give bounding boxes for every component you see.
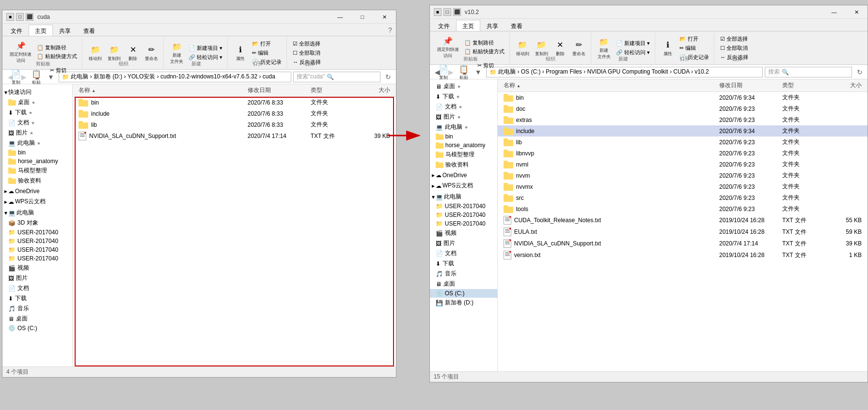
left-select-none-button[interactable]: ☐ 全部取消 [291,49,323,57]
right-sidebar-osc[interactable]: 💿 OS (C:) [430,289,497,298]
right-paste-button[interactable]: 📋 粘贴 [453,61,474,82]
sidebar-item-docs2[interactable]: 📄 文档 [2,283,72,293]
right-refresh-button[interactable]: ↻ [854,66,866,78]
sidebar-item-pics2[interactable]: 🖼 图片 [2,273,72,283]
left-paste-shortcut-button[interactable]: 📋 粘贴快捷方式 [35,52,79,61]
right-sidebar-video[interactable]: 🎬 视频 [430,228,497,238]
left-paste-button[interactable]: 📋 粘贴 [26,66,47,87]
table-row[interactable]: NVIDIA_SLA_cuDNN_Support.txt 2020/7/4 17… [73,130,396,142]
right-sidebar-user2[interactable]: 📁 USER-2017040 [430,211,497,219]
right-sidebar-wps[interactable]: ▸ ☁ WPS云文档 [430,180,497,191]
right-col-name-header[interactable]: 名称 ▲ [500,80,715,91]
left-col-type-header[interactable]: 类型 [307,85,355,95]
table-row[interactable]: doc 2020/7/6 9:23 文件夹 [498,103,868,114]
left-edit-button[interactable]: ✏ 编辑 [250,49,284,57]
right-sidebar-onedrive[interactable]: ▸ ☁ OneDrive [430,170,497,180]
right-open-button[interactable]: 📂 打开 [678,35,711,43]
left-tab-view[interactable]: 查看 [77,25,101,36]
sidebar-item-osc[interactable]: 💿 OS (C:) [2,324,72,333]
table-row[interactable]: include 2020/7/6 9:34 文件夹 [498,125,868,137]
sidebar-item-user3[interactable]: 📁 USER-2017040 [2,245,72,254]
sidebar-item-accept[interactable]: 验收资料 [2,176,72,186]
table-row[interactable]: libnvvp 2020/7/6 9:23 文件夹 [498,148,868,159]
right-tab-share[interactable]: 共享 [480,20,505,31]
right-search-box[interactable]: 搜索 🔍 [765,67,852,77]
left-search-box[interactable]: 搜索"cuda" 🔍 [293,72,380,82]
sidebar-item-models[interactable]: 马模型整理 [2,166,72,176]
sidebar-item-dl2[interactable]: ⬇ 下载 [2,293,72,304]
right-sidebar-music[interactable]: 🎵 音乐 [430,269,497,279]
right-edit-button[interactable]: ✏ 编辑 [678,44,711,52]
sidebar-item-music[interactable]: 🎵 音乐 [2,304,72,314]
right-sidebar-user3[interactable]: 📁 USER-2017040 [430,219,497,228]
right-close-button[interactable]: ✕ [845,5,868,19]
right-sidebar-thispc[interactable]: ▾ 💻 此电脑 [430,191,497,202]
right-sidebar-docs[interactable]: 📄 文档★ [430,102,497,112]
right-sidebar-docs2[interactable]: 📄 文档 [430,248,497,258]
right-sidebar-user1[interactable]: 📁 USER-2017040 [430,202,497,211]
sidebar-item-desktop2[interactable]: 🖥 桌面 [2,314,72,324]
table-row[interactable]: lib 2020/7/6 9:23 文件夹 [498,137,868,148]
right-sidebar-pics2[interactable]: 🖼 图片 [430,238,497,248]
right-sidebar-download[interactable]: ⬇ 下载★ [430,91,497,102]
table-row[interactable]: version.txt 2019/10/24 16:28 TXT 文件 1 KB [498,249,868,261]
table-row[interactable]: include 2020/7/6 8:33 文件夹 [73,108,396,119]
right-copy-button[interactable]: 📄 复制 [435,61,452,82]
left-select-all-button[interactable]: ☑ 全部选择 [291,40,323,48]
right-select-all-button[interactable]: ☑ 全部选择 [718,35,750,43]
right-sidebar-pc[interactable]: 💻 此电脑★ [430,122,497,132]
table-row[interactable]: bin 2020/7/6 8:33 文件夹 [73,97,396,108]
table-row[interactable]: tools 2020/7/6 9:23 文件夹 [498,203,868,214]
sidebar-item-bin[interactable]: bin [2,148,72,157]
table-row[interactable]: EULA.txt 2019/10/24 16:28 TXT 文件 59 KB [498,226,868,238]
right-tab-view[interactable]: 查看 [505,20,529,31]
left-refresh-button[interactable]: ↻ [382,71,394,83]
left-sidebar-thispc[interactable]: ▾ 💻 此电脑 [2,207,72,218]
right-sidebar-models[interactable]: 马模型整理 [430,150,497,160]
table-row[interactable]: nvvmx 2020/7/6 9:23 文件夹 [498,181,868,192]
left-maximize-button[interactable]: □ [351,10,374,24]
left-close-button[interactable]: ✕ [374,10,396,24]
left-col-name-header[interactable]: 名称 ▲ [75,85,244,95]
sidebar-item-pc[interactable]: 💻 此电脑★ [2,138,72,148]
table-row[interactable]: extras 2020/7/6 9:23 文件夹 [498,114,868,125]
right-sidebar-pics[interactable]: 🖼 图片★ [430,112,497,122]
left-copy-button[interactable]: 📄 复制 [7,66,25,87]
left-col-date-header[interactable]: 修改日期 [244,85,307,95]
sidebar-item-pics[interactable]: 🖼 图片★ [2,128,72,138]
left-tab-home[interactable]: 主页 [29,25,53,36]
left-new-item-button[interactable]: 📄 新建项目 ▾ [187,44,224,52]
left-tab-share[interactable]: 共享 [53,25,77,36]
right-col-size-header[interactable]: 大小 [827,80,866,91]
left-cut-button[interactable]: ✂ 剪切 [48,66,68,75]
sidebar-item-user4[interactable]: 📁 USER-2017040 [2,254,72,263]
right-sidebar-bin[interactable]: bin [430,132,497,141]
right-select-none-button[interactable]: ☐ 全部取消 [718,44,750,52]
left-sidebar-onedrive[interactable]: ▸ ☁ OneDrive [2,186,72,196]
right-sidebar-dl2[interactable]: ⬇ 下载 [430,258,497,269]
right-paste-shortcut-button[interactable]: 📋 粘贴快捷方式 [462,47,506,56]
right-sidebar-horse[interactable]: horse_anatomy [430,141,497,150]
table-row[interactable]: bin 2020/7/6 9:34 文件夹 [498,92,868,103]
table-row[interactable]: src 2020/7/6 9:23 文件夹 [498,192,868,203]
sidebar-item-user2[interactable]: 📁 USER-2017040 [2,237,72,245]
sidebar-item-user1[interactable]: 📁 USER-2017040 [2,228,72,237]
right-tab-home[interactable]: 主页 [456,20,480,31]
sidebar-item-download[interactable]: ⬇ 下载★ [2,107,72,118]
left-col-size-header[interactable]: 大小 [355,85,394,95]
right-col-type-header[interactable]: 类型 [778,80,827,91]
right-cut-button[interactable]: ✂ 剪切 [475,61,496,70]
sidebar-item-desktop[interactable]: 🖥 桌面★ [2,97,72,107]
left-sidebar-quick-access[interactable]: ▾ 快速访问 [2,86,72,97]
right-sidebar-desktop2[interactable]: 🖥 桌面 [430,279,497,289]
table-row[interactable]: lib 2020/7/6 8:33 文件夹 [73,119,396,130]
left-help-button[interactable]: ? [388,26,392,34]
sidebar-item-docs[interactable]: 📄 文档★ [2,118,72,128]
right-sidebar-accept[interactable]: 验收资料 [430,160,497,170]
table-row[interactable]: CUDA_Toolkit_Release_Notes.txt 2019/10/2… [498,214,868,226]
left-sidebar-wps[interactable]: ▸ ☁ WPS云文档 [2,196,72,207]
right-tab-file[interactable]: 文件 [432,20,456,31]
right-sidebar-newd[interactable]: 💾 新加卷 (D:) [430,298,497,308]
right-minimize-button[interactable]: — [823,5,845,19]
sidebar-item-horse[interactable]: horse_anatomy [2,157,72,166]
